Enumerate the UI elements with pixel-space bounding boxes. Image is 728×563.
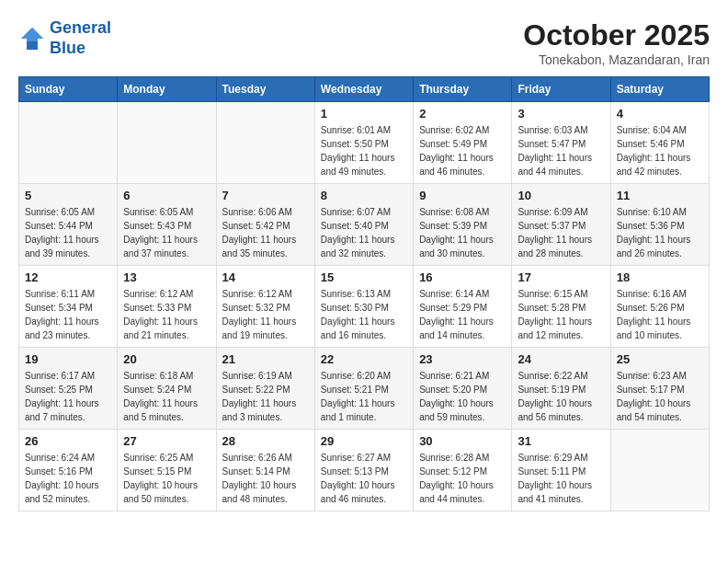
day-number: 18 bbox=[617, 270, 703, 284]
calendar-cell: 24Sunrise: 6:22 AMSunset: 5:19 PMDayligh… bbox=[512, 348, 610, 430]
page-header: General Blue October 2025 Tonekabon, Maz… bbox=[18, 18, 710, 67]
calendar-cell: 26Sunrise: 6:24 AMSunset: 5:16 PMDayligh… bbox=[19, 430, 118, 511]
day-info: Sunrise: 6:16 AMSunset: 5:26 PMDaylight:… bbox=[617, 287, 703, 342]
day-info: Sunrise: 6:12 AMSunset: 5:33 PMDaylight:… bbox=[123, 287, 210, 342]
weekday-header-wednesday: Wednesday bbox=[314, 77, 413, 102]
weekday-header-tuesday: Tuesday bbox=[216, 77, 314, 102]
day-info: Sunrise: 6:06 AMSunset: 5:42 PMDaylight:… bbox=[222, 205, 309, 260]
day-info: Sunrise: 6:07 AMSunset: 5:40 PMDaylight:… bbox=[321, 205, 407, 260]
day-number: 2 bbox=[419, 107, 506, 121]
day-number: 19 bbox=[25, 352, 111, 366]
calendar-cell: 16Sunrise: 6:14 AMSunset: 5:29 PMDayligh… bbox=[414, 266, 512, 348]
day-info: Sunrise: 6:24 AMSunset: 5:16 PMDaylight:… bbox=[25, 451, 111, 506]
calendar-cell: 28Sunrise: 6:26 AMSunset: 5:14 PMDayligh… bbox=[216, 430, 314, 511]
calendar-week-1: 1Sunrise: 6:01 AMSunset: 5:50 PMDaylight… bbox=[19, 102, 710, 184]
calendar-cell: 22Sunrise: 6:20 AMSunset: 5:21 PMDayligh… bbox=[314, 348, 413, 430]
calendar-cell: 29Sunrise: 6:27 AMSunset: 5:13 PMDayligh… bbox=[314, 430, 413, 511]
day-info: Sunrise: 6:18 AMSunset: 5:24 PMDaylight:… bbox=[123, 369, 210, 424]
calendar-cell: 7Sunrise: 6:06 AMSunset: 5:42 PMDaylight… bbox=[216, 184, 314, 266]
calendar-cell bbox=[216, 102, 314, 184]
day-number: 31 bbox=[518, 434, 604, 448]
day-info: Sunrise: 6:11 AMSunset: 5:34 PMDaylight:… bbox=[25, 287, 111, 342]
day-info: Sunrise: 6:19 AMSunset: 5:22 PMDaylight:… bbox=[222, 369, 309, 424]
day-number: 29 bbox=[321, 434, 407, 448]
calendar-cell: 10Sunrise: 6:09 AMSunset: 5:37 PMDayligh… bbox=[512, 184, 610, 266]
calendar-cell: 23Sunrise: 6:21 AMSunset: 5:20 PMDayligh… bbox=[414, 348, 512, 430]
logo-line2: Blue bbox=[50, 39, 85, 57]
calendar-cell bbox=[610, 430, 709, 511]
day-number: 4 bbox=[617, 107, 703, 121]
day-info: Sunrise: 6:05 AMSunset: 5:44 PMDaylight:… bbox=[25, 205, 111, 260]
calendar-cell: 15Sunrise: 6:13 AMSunset: 5:30 PMDayligh… bbox=[314, 266, 413, 348]
day-number: 30 bbox=[419, 434, 506, 448]
calendar-cell: 27Sunrise: 6:25 AMSunset: 5:15 PMDayligh… bbox=[118, 430, 216, 511]
day-info: Sunrise: 6:29 AMSunset: 5:11 PMDaylight:… bbox=[518, 451, 604, 506]
location: Tonekabon, Mazandaran, Iran bbox=[523, 52, 710, 67]
calendar-cell: 21Sunrise: 6:19 AMSunset: 5:22 PMDayligh… bbox=[216, 348, 314, 430]
day-info: Sunrise: 6:09 AMSunset: 5:37 PMDaylight:… bbox=[518, 205, 604, 260]
calendar-cell: 6Sunrise: 6:05 AMSunset: 5:43 PMDaylight… bbox=[118, 184, 216, 266]
calendar-cell: 17Sunrise: 6:15 AMSunset: 5:28 PMDayligh… bbox=[512, 266, 610, 348]
day-number: 5 bbox=[25, 189, 111, 202]
day-number: 1 bbox=[321, 107, 407, 121]
day-number: 17 bbox=[518, 270, 604, 284]
day-number: 28 bbox=[222, 434, 309, 448]
day-number: 20 bbox=[123, 352, 210, 366]
day-info: Sunrise: 6:26 AMSunset: 5:14 PMDaylight:… bbox=[222, 451, 309, 506]
calendar-cell: 18Sunrise: 6:16 AMSunset: 5:26 PMDayligh… bbox=[610, 266, 709, 348]
day-number: 15 bbox=[321, 270, 407, 284]
svg-marker-1 bbox=[21, 28, 43, 41]
calendar-week-4: 19Sunrise: 6:17 AMSunset: 5:25 PMDayligh… bbox=[19, 348, 710, 430]
day-number: 3 bbox=[518, 107, 604, 121]
day-info: Sunrise: 6:01 AMSunset: 5:50 PMDaylight:… bbox=[321, 123, 407, 178]
day-number: 13 bbox=[123, 270, 210, 284]
day-info: Sunrise: 6:27 AMSunset: 5:13 PMDaylight:… bbox=[321, 451, 407, 506]
logo-text: General Blue bbox=[50, 18, 111, 58]
calendar-cell: 14Sunrise: 6:12 AMSunset: 5:32 PMDayligh… bbox=[216, 266, 314, 348]
logo-icon bbox=[18, 25, 46, 52]
day-info: Sunrise: 6:21 AMSunset: 5:20 PMDaylight:… bbox=[419, 369, 506, 424]
day-number: 24 bbox=[518, 352, 604, 366]
day-number: 8 bbox=[321, 189, 407, 202]
calendar-cell: 4Sunrise: 6:04 AMSunset: 5:46 PMDaylight… bbox=[610, 102, 709, 184]
calendar-cell: 3Sunrise: 6:03 AMSunset: 5:47 PMDaylight… bbox=[512, 102, 610, 184]
day-info: Sunrise: 6:20 AMSunset: 5:21 PMDaylight:… bbox=[321, 369, 407, 424]
calendar-cell: 5Sunrise: 6:05 AMSunset: 5:44 PMDaylight… bbox=[19, 184, 118, 266]
calendar-cell: 8Sunrise: 6:07 AMSunset: 5:40 PMDaylight… bbox=[314, 184, 413, 266]
day-number: 7 bbox=[222, 189, 309, 202]
weekday-header-saturday: Saturday bbox=[610, 77, 709, 102]
calendar-cell: 12Sunrise: 6:11 AMSunset: 5:34 PMDayligh… bbox=[19, 266, 118, 348]
day-number: 12 bbox=[25, 270, 111, 284]
calendar-week-3: 12Sunrise: 6:11 AMSunset: 5:34 PMDayligh… bbox=[19, 266, 710, 348]
weekday-header-sunday: Sunday bbox=[19, 77, 118, 102]
day-number: 10 bbox=[518, 189, 604, 202]
day-number: 27 bbox=[123, 434, 210, 448]
calendar-cell: 20Sunrise: 6:18 AMSunset: 5:24 PMDayligh… bbox=[118, 348, 216, 430]
calendar-cell: 31Sunrise: 6:29 AMSunset: 5:11 PMDayligh… bbox=[512, 430, 610, 511]
day-info: Sunrise: 6:13 AMSunset: 5:30 PMDaylight:… bbox=[321, 287, 407, 342]
day-info: Sunrise: 6:28 AMSunset: 5:12 PMDaylight:… bbox=[419, 451, 506, 506]
day-info: Sunrise: 6:05 AMSunset: 5:43 PMDaylight:… bbox=[123, 205, 210, 260]
day-info: Sunrise: 6:23 AMSunset: 5:17 PMDaylight:… bbox=[617, 369, 703, 424]
calendar-cell bbox=[19, 102, 118, 184]
calendar-cell: 11Sunrise: 6:10 AMSunset: 5:36 PMDayligh… bbox=[610, 184, 709, 266]
day-number: 25 bbox=[617, 352, 703, 366]
day-info: Sunrise: 6:02 AMSunset: 5:49 PMDaylight:… bbox=[419, 123, 506, 178]
weekday-header-monday: Monday bbox=[118, 77, 216, 102]
day-number: 11 bbox=[617, 189, 703, 202]
day-info: Sunrise: 6:15 AMSunset: 5:28 PMDaylight:… bbox=[518, 287, 604, 342]
calendar-cell: 13Sunrise: 6:12 AMSunset: 5:33 PMDayligh… bbox=[118, 266, 216, 348]
day-number: 23 bbox=[419, 352, 506, 366]
day-number: 14 bbox=[222, 270, 309, 284]
day-info: Sunrise: 6:17 AMSunset: 5:25 PMDaylight:… bbox=[25, 369, 111, 424]
calendar-cell: 1Sunrise: 6:01 AMSunset: 5:50 PMDaylight… bbox=[314, 102, 413, 184]
day-number: 22 bbox=[321, 352, 407, 366]
calendar-cell: 9Sunrise: 6:08 AMSunset: 5:39 PMDaylight… bbox=[414, 184, 512, 266]
day-info: Sunrise: 6:25 AMSunset: 5:15 PMDaylight:… bbox=[123, 451, 210, 506]
calendar-table: SundayMondayTuesdayWednesdayThursdayFrid… bbox=[18, 76, 710, 511]
calendar-cell: 19Sunrise: 6:17 AMSunset: 5:25 PMDayligh… bbox=[19, 348, 118, 430]
calendar-cell bbox=[118, 102, 216, 184]
day-info: Sunrise: 6:22 AMSunset: 5:19 PMDaylight:… bbox=[518, 369, 604, 424]
calendar-week-5: 26Sunrise: 6:24 AMSunset: 5:16 PMDayligh… bbox=[19, 430, 710, 511]
weekday-header-thursday: Thursday bbox=[414, 77, 512, 102]
